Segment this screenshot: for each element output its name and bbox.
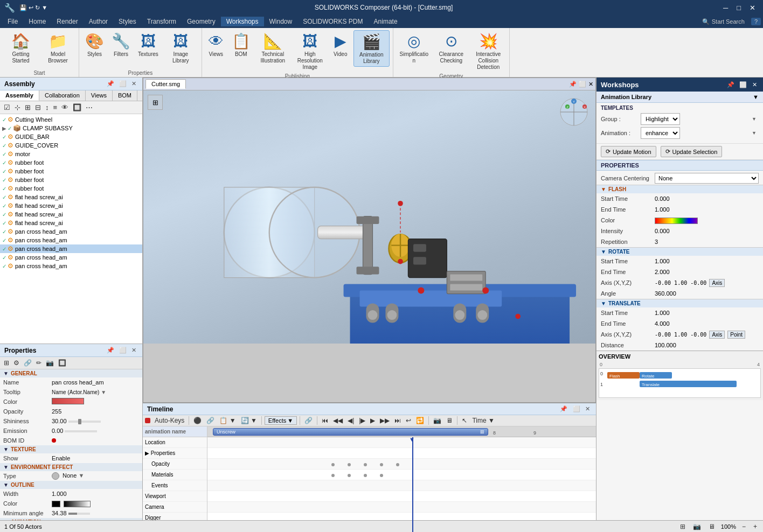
track-materials[interactable]: Materials — [143, 470, 207, 480]
viewport-tab[interactable]: Cutter.smg — [145, 79, 186, 89]
assembly-close-btn[interactable]: ✕ — [130, 80, 138, 88]
prop-pin-btn[interactable]: 📌 — [105, 346, 116, 354]
menu-author[interactable]: Author — [84, 17, 113, 26]
translate-point-btn[interactable]: Point — [727, 331, 745, 339]
more-btn[interactable]: ⋯ — [84, 102, 94, 113]
prop-tool-4[interactable]: ✏ — [34, 358, 43, 368]
track-opacity[interactable]: Opacity — [143, 459, 207, 470]
status-tool-2[interactable]: 📷 — [691, 522, 703, 531]
tree-item[interactable]: ✓⚙pan cross head_am — [0, 236, 142, 244]
tl-float-btn[interactable]: ⬜ — [571, 405, 582, 413]
tl-stop-btn[interactable]: ↩ — [404, 416, 413, 425]
tl-step-back[interactable]: ◀| — [346, 416, 356, 425]
tab-assembly[interactable]: Assembly — [0, 90, 39, 101]
tl-step-fwd[interactable]: |▶ — [357, 416, 367, 425]
tl-camera-btn[interactable]: 📷 — [432, 416, 443, 425]
tree-item[interactable]: ✓⚙rubber foot — [0, 158, 142, 167]
image-library-btn[interactable]: 🖼 Image Library — [163, 30, 198, 66]
tab-collaboration[interactable]: Collaboration — [39, 90, 86, 101]
tl-screen-btn[interactable]: 🖥 — [445, 416, 454, 425]
deselect-btn[interactable]: ⊹ — [13, 102, 22, 113]
getting-started-btn[interactable]: 🏠 Getting Started — [3, 30, 38, 66]
assembly-float-btn[interactable]: ⬜ — [117, 80, 128, 88]
track-location[interactable]: Location — [143, 437, 207, 448]
update-motion-btn[interactable]: ⟳ Update Motion — [601, 146, 656, 157]
vp-pin-btn[interactable]: 📌 — [569, 81, 577, 88]
menu-animate[interactable]: Animate — [369, 17, 403, 26]
tl-prev-key[interactable]: ⏮ — [320, 416, 330, 425]
tree-item[interactable]: ✓⚙rubber foot — [0, 176, 142, 184]
minimize-btn[interactable]: ─ — [720, 3, 731, 13]
track-camera[interactable]: Camera — [143, 502, 207, 513]
outline-header[interactable]: ▼ OUTLINE — [0, 481, 142, 489]
tree-item[interactable]: ✓⚙GUIDE_COVER — [0, 141, 142, 150]
tree-item[interactable]: ✓⚙Cutting Wheel — [0, 115, 142, 124]
general-section-header[interactable]: ▼ GENERAL — [0, 369, 142, 377]
tl-next-key[interactable]: ⏭ — [393, 416, 403, 425]
tree-item[interactable]: ✓⚙flat head screw_ai — [0, 210, 142, 219]
prop-tool-5[interactable]: 📷 — [44, 358, 56, 368]
views-btn[interactable]: 👁 Views — [205, 30, 227, 59]
tl-pin-btn[interactable]: 📌 — [558, 405, 569, 413]
tl-tool-1[interactable]: ⚫ — [192, 416, 203, 425]
model-browser-btn[interactable]: 📁 Model Browser — [40, 30, 75, 66]
rp-pin-btn[interactable]: 📌 — [725, 81, 736, 89]
tl-play-btn[interactable]: ▶ — [369, 416, 377, 425]
tl-cursor-btn[interactable]: ↖ — [460, 416, 469, 425]
rp-float-btn[interactable]: ⬜ — [738, 81, 748, 89]
tl-loop-btn[interactable]: 🔁 — [414, 416, 426, 425]
clearance-btn[interactable]: ⊙ Clearance Checking — [434, 30, 469, 66]
tree-item[interactable]: ✓⚙motor — [0, 150, 142, 158]
menu-file[interactable]: File — [2, 17, 23, 26]
textures-btn[interactable]: 🖼 Textures — [135, 30, 161, 59]
translate-axis-btn[interactable]: Axis — [709, 331, 725, 339]
track-events[interactable]: Events — [143, 480, 207, 491]
menu-geometry[interactable]: Geometry — [182, 17, 221, 26]
tab-views[interactable]: Views — [86, 90, 113, 101]
tree-item[interactable]: ✓⚙flat head screw_ai — [0, 219, 142, 227]
auto-keys-btn[interactable]: Auto-Keys — [153, 416, 186, 425]
animation-select[interactable]: enhance — [641, 127, 680, 139]
close-btn[interactable]: ✕ — [746, 3, 759, 13]
rotate-header[interactable]: ▼ ROTATE — [596, 247, 763, 256]
tab-bom[interactable]: BOM — [113, 90, 137, 101]
track-properties[interactable]: ▶ Properties — [143, 448, 207, 459]
simplification-btn[interactable]: ◎ Simplification — [397, 30, 432, 66]
tl-back-btn[interactable]: ◀◀ — [331, 416, 344, 425]
tree-item[interactable]: ✓⚙pan cross head_am — [0, 253, 142, 262]
tl-tool-2[interactable]: 🔗 — [205, 416, 216, 425]
menu-styles[interactable]: Styles — [113, 17, 142, 26]
tech-illus-btn[interactable]: 📐 Technical Illustration — [255, 30, 290, 66]
vp-float-btn[interactable]: ⬜ — [579, 81, 586, 88]
effects-btn[interactable]: Effects ▼ — [265, 416, 297, 425]
prop-float-btn[interactable]: ⬜ — [117, 346, 128, 354]
tree-item[interactable]: ✓⚙flat head screw_ai — [0, 193, 142, 201]
menu-render[interactable]: Render — [51, 17, 83, 26]
rp-close-btn[interactable]: ✕ — [751, 81, 759, 89]
tree-item[interactable]: ✓⚙GUIDE_BAR — [0, 132, 142, 141]
tree-item[interactable]: ✓⚙flat head screw_ai — [0, 201, 142, 210]
rotate-axis-btn[interactable]: Axis — [709, 279, 725, 287]
high-res-btn[interactable]: 🖼 High Resolution Image — [293, 30, 328, 72]
env-effect-header[interactable]: ▼ ENVIRONMENT EFFECT — [0, 463, 142, 471]
texture-section-header[interactable]: ▼ TEXTURE — [0, 445, 142, 453]
viewport-canvas[interactable]: ⊞ Y X Z — [143, 90, 595, 344]
tree-item[interactable]: ✓⚙pan cross head_am — [0, 227, 142, 236]
sort-btn[interactable]: ↕ — [44, 102, 51, 113]
camera-centering-select[interactable]: None — [655, 173, 759, 184]
help-btn[interactable]: ? — [751, 18, 761, 25]
tree-item-selected[interactable]: ✓⚙pan cross head_am — [0, 244, 142, 253]
group-select[interactable]: Highlight — [641, 113, 680, 125]
anim-lib-btn[interactable]: 🎬 Animation Library — [353, 30, 390, 67]
translate-header[interactable]: ▼ TRANSLATE — [596, 299, 763, 307]
track-viewport[interactable]: Viewport — [143, 491, 207, 502]
collapse-all-btn[interactable]: ⊟ — [33, 102, 43, 113]
video-btn[interactable]: ▶ Video — [330, 30, 351, 59]
tree-item[interactable]: ▶✓📦CLAMP SUBASSY — [0, 124, 142, 132]
bom-btn[interactable]: 📋 BOM — [229, 30, 253, 59]
tl-close-btn[interactable]: ✕ — [584, 405, 592, 413]
collision-btn[interactable]: 💥 Interactive Collision Detection — [471, 30, 506, 72]
show-btn[interactable]: 👁 — [60, 102, 70, 113]
menu-home[interactable]: Home — [23, 17, 51, 26]
tree-item[interactable]: ✓⚙rubber foot — [0, 167, 142, 176]
